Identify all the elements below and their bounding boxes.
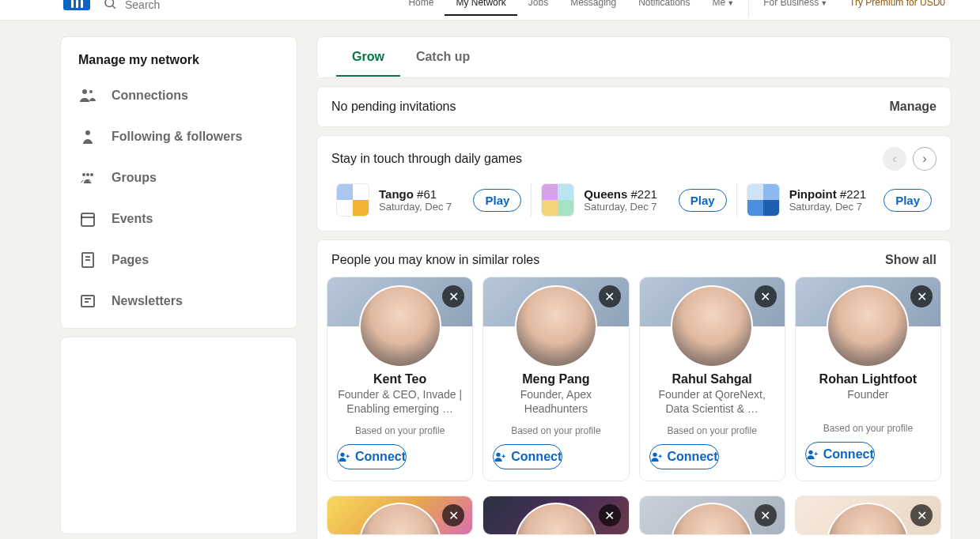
chevron-left-icon: ‹: [892, 152, 896, 166]
person-icon: [78, 127, 97, 146]
sidebar-item-groups[interactable]: Groups: [61, 157, 297, 198]
sidebar: Manage my network Connections Following …: [60, 36, 297, 539]
connect-button[interactable]: Connect: [805, 442, 875, 467]
show-all-link[interactable]: Show all: [885, 253, 936, 267]
tab-catch-up[interactable]: Catch up: [400, 37, 486, 77]
sidebar-item-label: Events: [112, 212, 153, 226]
person-title: Founder & CEO, Invade | Enabling emergin…: [327, 386, 472, 417]
close-icon: ✕: [448, 508, 459, 523]
nav-jobs[interactable]: Jobs: [517, 0, 559, 14]
game-thumb: [336, 183, 369, 217]
chevron-right-icon: ›: [922, 152, 926, 166]
sidebar-item-label: Connections: [112, 89, 188, 103]
game-info: Queens #221 Saturday, Dec 7: [584, 187, 668, 213]
nav-separator: [748, 0, 749, 17]
svg-point-2: [82, 89, 87, 94]
dismiss-button[interactable]: ✕: [910, 504, 933, 526]
person-title: Founder: [796, 386, 940, 415]
close-icon: ✕: [604, 508, 615, 523]
close-icon: ✕: [917, 289, 927, 304]
person-card: ✕ Based on your profile Connect: [795, 496, 941, 535]
avatar[interactable]: [671, 285, 753, 368]
search[interactable]: [103, 0, 236, 13]
svg-point-4: [85, 130, 90, 135]
dismiss-button[interactable]: ✕: [755, 504, 777, 526]
nav-try-premium[interactable]: Try Premium for USD0: [838, 0, 956, 14]
manage-invitations-link[interactable]: Manage: [889, 100, 936, 114]
invitations-message: No pending invitations: [331, 100, 456, 114]
people-heading: People you may know in similar roles: [331, 253, 539, 267]
sidebar-item-label: Newsletters: [112, 294, 183, 308]
svg-point-6: [90, 173, 93, 176]
game-name: Queens #221: [584, 187, 668, 201]
search-icon: [103, 0, 117, 13]
person-card: ✕ Based on your profile Connect: [327, 496, 473, 535]
sidebar-item-events[interactable]: Events: [61, 198, 297, 239]
sidebar-item-label: Following & followers: [112, 130, 242, 144]
svg-point-16: [340, 453, 344, 457]
person-card: ✕ Based on your profile Connect: [639, 496, 785, 535]
connect-button[interactable]: Connect: [493, 444, 562, 469]
person-card: ✕ Rohan Lightfoot Founder Based on your …: [795, 277, 941, 481]
people-card: People you may know in similar roles Sho…: [316, 239, 952, 539]
person-basis: Based on your profile: [796, 415, 940, 439]
person-name[interactable]: Rohan Lightfoot: [796, 372, 940, 386]
game-date: Saturday, Dec 7: [584, 201, 668, 213]
games-heading: Stay in touch through daily games: [331, 152, 522, 166]
play-button[interactable]: Play: [884, 189, 932, 212]
svg-point-0: [105, 0, 114, 7]
avatar[interactable]: [827, 285, 909, 368]
nav-my-network[interactable]: My Network: [445, 0, 516, 16]
sidebar-item-pages[interactable]: Pages: [61, 239, 297, 281]
nav-notifications[interactable]: Notifications: [627, 0, 701, 14]
sidebar-item-following[interactable]: Following & followers: [61, 116, 297, 157]
person-card: ✕ Based on your profile Connect: [482, 496, 629, 535]
tab-grow[interactable]: Grow: [336, 37, 400, 77]
svg-point-19: [808, 450, 812, 454]
svg-point-17: [497, 453, 501, 457]
connect-button[interactable]: Connect: [337, 444, 407, 469]
game-item: Queens #221 Saturday, Dec 7 Play: [531, 183, 736, 217]
play-button[interactable]: Play: [473, 189, 521, 212]
search-input[interactable]: [125, 0, 236, 11]
person-name[interactable]: Meng Pang: [483, 372, 628, 386]
person-basis: Based on your profile: [483, 417, 628, 441]
tabs-card: Grow Catch up: [316, 36, 952, 78]
game-name: Tango #61: [379, 187, 464, 201]
nav-home[interactable]: Home: [397, 0, 445, 14]
games-next-button[interactable]: ›: [913, 147, 936, 171]
person-name[interactable]: Kent Teo: [327, 372, 472, 386]
nav-me[interactable]: Me▼: [702, 0, 746, 14]
logo[interactable]: [63, 0, 90, 10]
game-date: Saturday, Dec 7: [379, 201, 464, 213]
sidebar-item-newsletters[interactable]: Newsletters: [61, 281, 297, 322]
connect-button[interactable]: Connect: [649, 444, 719, 469]
dismiss-button[interactable]: ✕: [599, 504, 621, 526]
svg-point-3: [89, 90, 93, 93]
person-name[interactable]: Rahul Sahgal: [640, 372, 785, 386]
game-item: Tango #61 Saturday, Dec 7 Play: [327, 183, 531, 217]
sidebar-item-connections[interactable]: Connections: [61, 75, 297, 116]
dismiss-button[interactable]: ✕: [755, 285, 777, 307]
game-thumb: [541, 183, 574, 217]
invitations-card: No pending invitations Manage: [316, 86, 952, 127]
sidebar-item-label: Groups: [112, 171, 157, 185]
person-card: ✕ Rahul Sahgal Founder at QoreNext, Data…: [639, 277, 785, 481]
play-button[interactable]: Play: [679, 189, 727, 212]
avatar[interactable]: [515, 285, 597, 368]
svg-point-18: [653, 453, 656, 457]
sidebar-item-label: Pages: [112, 253, 149, 267]
tabs: Grow Catch up: [317, 37, 951, 77]
svg-point-5: [82, 173, 85, 176]
nav-messaging[interactable]: Messaging: [559, 0, 627, 14]
nav-for-business[interactable]: For Business▼: [752, 0, 838, 14]
main: Grow Catch up No pending invitations Man…: [316, 36, 952, 539]
avatar[interactable]: [359, 285, 441, 368]
building-icon: [78, 251, 97, 270]
dismiss-button[interactable]: ✕: [599, 285, 621, 307]
svg-line-1: [112, 6, 115, 8]
games-prev-button: ‹: [883, 147, 906, 171]
top-nav: Home My Network Jobs Messaging Notificat…: [0, 0, 980, 21]
person-basis: Based on your profile: [327, 417, 472, 441]
dismiss-button[interactable]: ✕: [910, 285, 933, 307]
